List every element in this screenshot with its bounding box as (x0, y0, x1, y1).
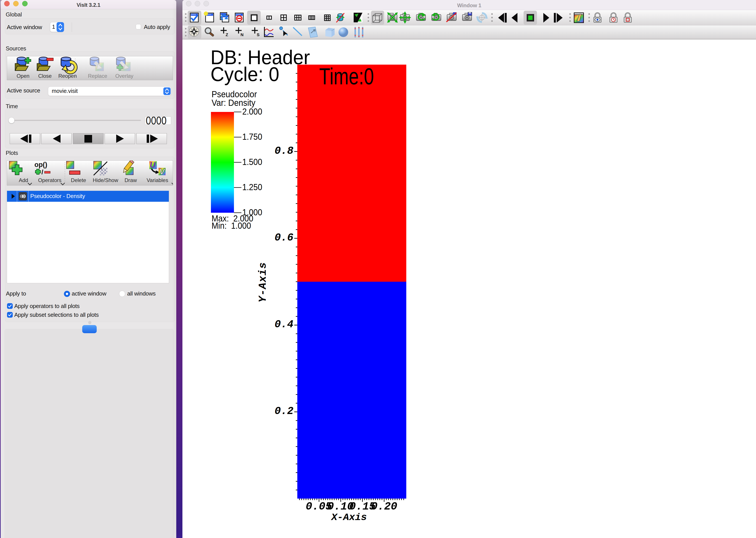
svg-text:Overlay: Overlay (115, 73, 134, 79)
svg-text:Operators: Operators (38, 177, 62, 183)
svg-text:U: U (150, 161, 156, 170)
svg-text:Close: Close (38, 73, 51, 79)
svg-text:V: V (159, 167, 165, 176)
svg-text:Hide/Show: Hide/Show (93, 177, 118, 183)
svg-text:Add: Add (19, 177, 28, 183)
svg-text:Delete: Delete (71, 177, 86, 183)
svg-text:Open: Open (17, 73, 30, 79)
svg-text:Replace: Replace (88, 73, 107, 79)
svg-text:op(): op() (34, 161, 47, 168)
svg-text:Variables: Variables (147, 177, 168, 183)
svg-text:/: / (41, 168, 43, 176)
svg-text:Reopen: Reopen (58, 73, 77, 79)
svg-text:Draw: Draw (125, 177, 137, 183)
